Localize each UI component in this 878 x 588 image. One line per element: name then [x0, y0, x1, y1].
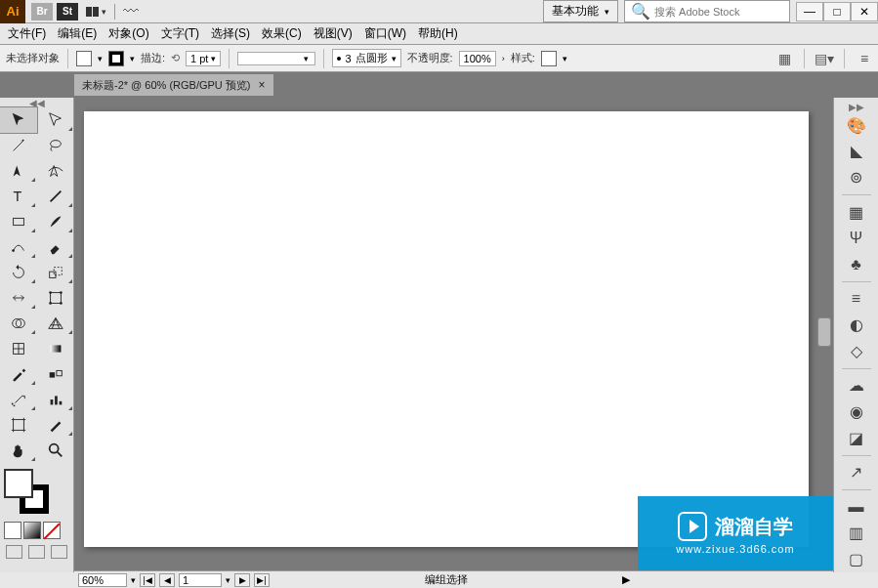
menu-view[interactable]: 视图(V): [314, 25, 353, 42]
stock-badge[interactable]: St: [57, 3, 78, 21]
panel-menu-icon[interactable]: ≡: [857, 51, 872, 66]
zoom-tool[interactable]: [37, 438, 74, 463]
recolor-panel-icon[interactable]: ⊚: [838, 164, 875, 190]
chevron-down-icon[interactable]: ▾: [226, 575, 230, 585]
rectangle-tool[interactable]: [0, 209, 37, 234]
stroke-panel-icon[interactable]: ≡: [838, 286, 875, 313]
asset-export-panel-icon[interactable]: ▥: [838, 521, 875, 547]
prev-artboard-button[interactable]: ◀: [159, 573, 175, 587]
brush-definition-dropdown[interactable]: 3 点圆形 ▾: [332, 49, 400, 67]
menu-edit[interactable]: 编辑(E): [58, 25, 97, 42]
status-arrow-icon[interactable]: ▶: [622, 573, 630, 586]
document-tab[interactable]: 未标题-2* @ 60% (RGB/GPU 预览) ×: [74, 74, 273, 96]
curvature-tool[interactable]: [37, 158, 74, 184]
mesh-tool[interactable]: [0, 336, 37, 361]
symbol-sprayer-tool[interactable]: [0, 387, 37, 412]
artboard-tool[interactable]: [0, 412, 37, 438]
close-tab-icon[interactable]: ×: [259, 78, 266, 92]
layers-panel-icon[interactable]: ▬: [838, 494, 875, 521]
adobe-stock-search[interactable]: 🔍: [624, 0, 790, 22]
symbols-panel-icon[interactable]: ♣: [838, 251, 875, 277]
chevron-down-icon[interactable]: ▾: [131, 575, 136, 585]
stroke-weight-dropdown[interactable]: 1 pt ▾: [186, 51, 221, 66]
fill-color-swatch[interactable]: [4, 469, 33, 498]
color-mode-solid[interactable]: [4, 522, 21, 539]
slice-tool[interactable]: [37, 412, 74, 438]
style-swatch[interactable]: [541, 51, 557, 66]
scale-tool[interactable]: [37, 260, 74, 285]
dock-collapse-handle[interactable]: ▶▶: [849, 102, 864, 112]
last-artboard-button[interactable]: ▶|: [254, 573, 270, 587]
maximize-button[interactable]: □: [823, 2, 851, 21]
variable-width-profile-dropdown[interactable]: ▾: [237, 52, 315, 65]
appearance-panel-icon[interactable]: ◉: [838, 399, 875, 425]
color-panel-icon[interactable]: 🎨: [838, 112, 875, 139]
type-tool[interactable]: T: [0, 184, 37, 209]
gradient-tool[interactable]: [37, 336, 74, 361]
gradient-panel-icon[interactable]: ◐: [838, 312, 875, 338]
chevron-down-icon[interactable]: ▾: [130, 54, 135, 63]
chevron-down-icon[interactable]: ▾: [98, 54, 103, 63]
close-button[interactable]: ✕: [851, 2, 878, 21]
draw-inside-mode[interactable]: [51, 545, 67, 559]
gpu-preview-icon[interactable]: 〰: [123, 3, 139, 21]
workspace-switcher[interactable]: 基本功能 ▾: [543, 0, 618, 22]
direct-selection-tool[interactable]: [37, 107, 74, 133]
zoom-level-input[interactable]: 60%: [78, 573, 127, 587]
eyedropper-tool[interactable]: [0, 361, 37, 387]
brushes-panel-icon[interactable]: Ψ: [838, 226, 875, 252]
transform-icon[interactable]: ▤▾: [816, 51, 832, 66]
draw-behind-mode[interactable]: [28, 545, 45, 559]
next-artboard-button[interactable]: ▶: [234, 573, 250, 587]
menu-type[interactable]: 文字(T): [161, 25, 199, 42]
perspective-grid-tool[interactable]: [37, 311, 74, 336]
opacity-dropdown[interactable]: 100%: [459, 51, 496, 66]
chevron-down-icon[interactable]: ▾: [563, 54, 567, 63]
hand-tool[interactable]: [0, 438, 37, 463]
align-icon[interactable]: ▦: [776, 51, 792, 66]
pen-tool[interactable]: [0, 158, 37, 184]
swatches-panel-icon[interactable]: ▦: [838, 199, 875, 226]
artboard[interactable]: [84, 111, 809, 547]
fill-swatch[interactable]: [76, 51, 92, 66]
shape-builder-tool[interactable]: [0, 311, 37, 336]
menu-effect[interactable]: 效果(C): [262, 25, 302, 42]
color-guide-panel-icon[interactable]: ◣: [838, 139, 875, 165]
menu-window[interactable]: 窗口(W): [364, 25, 406, 42]
menu-file[interactable]: 文件(F): [8, 25, 46, 42]
minimize-button[interactable]: —: [796, 2, 823, 21]
menu-select[interactable]: 选择(S): [211, 25, 250, 42]
export-panel-icon[interactable]: ↗: [838, 459, 875, 485]
selection-tool[interactable]: [0, 107, 37, 133]
rotate-tool[interactable]: [0, 260, 37, 285]
arrange-documents-button[interactable]: ▾: [86, 7, 106, 17]
width-tool[interactable]: [0, 285, 37, 311]
first-artboard-button[interactable]: |◀: [140, 573, 155, 587]
search-input[interactable]: [654, 6, 781, 18]
menu-object[interactable]: 对象(O): [108, 25, 148, 42]
chevron-right-icon[interactable]: ›: [502, 54, 505, 63]
line-segment-tool[interactable]: [37, 184, 74, 209]
draw-normal-mode[interactable]: [6, 545, 22, 559]
stroke-swatch[interactable]: [108, 51, 124, 66]
artboards-panel-icon[interactable]: ▢: [838, 546, 875, 572]
lasso-tool[interactable]: [37, 133, 74, 158]
transparency-panel-icon[interactable]: ◇: [838, 338, 875, 364]
eraser-tool[interactable]: [37, 234, 74, 260]
tools-collapse-handle[interactable]: ◀◀: [0, 98, 73, 107]
column-graph-tool[interactable]: [37, 387, 74, 412]
blend-tool[interactable]: [37, 361, 74, 387]
bridge-badge[interactable]: Br: [31, 3, 53, 21]
color-mode-none[interactable]: [43, 522, 61, 539]
shaper-tool[interactable]: [0, 234, 37, 260]
artboard-number-input[interactable]: 1: [179, 573, 222, 587]
vertical-scrollbar-thumb[interactable]: [817, 317, 831, 347]
color-mode-gradient[interactable]: [23, 522, 41, 539]
graphic-styles-panel-icon[interactable]: ◪: [838, 425, 875, 451]
magic-wand-tool[interactable]: [0, 133, 37, 158]
paintbrush-tool[interactable]: [37, 209, 74, 234]
menu-help[interactable]: 帮助(H): [418, 25, 458, 42]
stroke-link-icon[interactable]: ⟲: [171, 52, 180, 64]
free-transform-tool[interactable]: [37, 285, 74, 311]
libraries-panel-icon[interactable]: ☁: [838, 373, 875, 399]
